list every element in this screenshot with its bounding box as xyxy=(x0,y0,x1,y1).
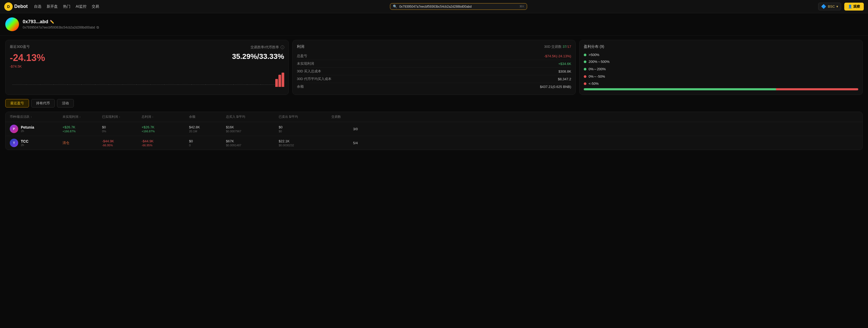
edit-icon[interactable]: ✏️ xyxy=(50,20,54,24)
dist-dot-0 xyxy=(584,54,586,56)
dist-row-1: 200%～500% xyxy=(584,59,858,64)
token-info-petunia: Petunia 2h xyxy=(21,125,34,133)
trade-label: 30D 交易数 xyxy=(544,45,562,49)
profit-header: 利润 30D 交易数 37/17 xyxy=(297,44,571,49)
token-cell-petunia: P Petunia 2h xyxy=(10,125,62,133)
dist-green-bar xyxy=(584,88,776,90)
dist-dot-4 xyxy=(584,82,586,85)
logo-icon: D xyxy=(4,2,13,11)
token-cell-tcc: T TCC 2h xyxy=(10,139,62,147)
token-name-petunia[interactable]: Petunia xyxy=(21,125,34,129)
dist-row-3: 0%～-50% xyxy=(584,74,858,79)
nav-favorites[interactable]: 自选 xyxy=(34,4,41,9)
sort-icon-3[interactable]: ↕ xyxy=(152,115,153,118)
tabs-row: 最近盈亏 持有代币 活动 xyxy=(5,99,863,108)
pnl-header: 最近30D盈亏 交易胜率/代币胜率 i xyxy=(10,44,284,50)
profit-row-avg-cost: 30D 代币平均买入成本 $8,347.2 xyxy=(297,75,571,83)
nav-new-listings[interactable]: 新开盘 xyxy=(47,4,58,9)
tab-recent-pnl[interactable]: 最近盈亏 xyxy=(5,99,29,108)
wallet-info: 0x793...abd ✏️ 0x79395047a7eecbf59363bc5… xyxy=(23,19,99,30)
sort-icon-1[interactable]: ↕ xyxy=(80,115,81,118)
sell-petunia: $0 $0 xyxy=(279,125,332,133)
dist-header: 盈利分布 (9) xyxy=(584,44,858,49)
th-unrealized: 未实现利润 ↕ xyxy=(62,115,102,119)
copy-icon[interactable]: ⧉ xyxy=(96,25,99,30)
dist-dot-1 xyxy=(584,60,586,63)
main-nav: 自选 新开盘 热门 AI监控 交易 xyxy=(34,4,99,9)
token-name-tcc[interactable]: TCC xyxy=(21,139,29,143)
info-icon[interactable]: i xyxy=(281,46,284,49)
token-avatar-petunia: P xyxy=(10,125,18,133)
logo[interactable]: D Debot xyxy=(4,2,28,11)
token-time-petunia: 2h xyxy=(21,129,34,133)
bsc-label: BSC xyxy=(828,4,835,8)
chart-bars xyxy=(275,73,284,87)
trades-tcc: 5/4 xyxy=(332,141,358,145)
watch-label: 观察 xyxy=(853,4,860,8)
header: D Debot 自选 新开盘 热门 AI监控 交易 🔍 ⌘K 🔷 BSC ▾ 👤… xyxy=(0,0,868,13)
main-content: 最近30D盈亏 交易胜率/代币胜率 i -24.13% -$74.5K 35.2… xyxy=(0,36,868,154)
token-avatar-tcc: T xyxy=(10,139,18,147)
th-balance: 余额 xyxy=(189,115,226,119)
nav-trade[interactable]: 交易 xyxy=(92,4,99,9)
pnl-label: 最近30D盈亏 xyxy=(10,44,30,49)
search-shortcut: ⌘K xyxy=(520,5,524,8)
dist-red-bar xyxy=(776,88,858,90)
wallet-section: 0x793...abd ✏️ 0x79395047a7eecbf59363bc5… xyxy=(0,13,868,36)
chart-dashes xyxy=(12,84,275,87)
watch-button[interactable]: 👤 观察 xyxy=(844,3,864,10)
realized-petunia: $0 0% xyxy=(102,125,142,133)
search-input[interactable] xyxy=(399,5,517,8)
sort-icon-2[interactable]: ↕ xyxy=(119,115,120,118)
nav-ai-monitor[interactable]: AI监控 xyxy=(76,4,87,9)
sell-tcc: $22.1K $0.0030232 xyxy=(279,139,332,147)
token-info-tcc: TCC 2h xyxy=(21,139,29,146)
win-rate-value: 35.29%/33.33% xyxy=(232,52,284,61)
logo-text: Debot xyxy=(14,4,28,9)
balance-tcc: $0 0 xyxy=(189,139,226,147)
th-trades: 交易数 xyxy=(332,115,358,119)
sort-icon-0[interactable]: ↕ xyxy=(31,115,32,118)
wallet-avatar xyxy=(5,18,19,31)
tab-activity[interactable]: 活动 xyxy=(57,99,74,108)
tab-holdings[interactable]: 持有代币 xyxy=(31,99,55,108)
trades-petunia: 3/0 xyxy=(332,127,358,131)
search-icon: 🔍 xyxy=(393,4,397,8)
table-row-tcc: T TCC 2h 清仓 -$44.9K -66.95% -$44.9K -66.… xyxy=(5,136,863,150)
rate-label: 交易胜率/代币胜率 xyxy=(250,45,279,50)
unrealized-petunia: +$26.7K +166.87% xyxy=(62,125,102,133)
th-total: 总利润 ↕ xyxy=(142,115,189,119)
profit-card: 利润 30D 交易数 37/17 总盈亏 -$74.5K(-24.13%) 未实… xyxy=(292,40,576,95)
dist-dot-2 xyxy=(584,68,586,71)
dist-row-0: >500% xyxy=(584,53,858,57)
pnl-card: 最近30D盈亏 交易胜率/代币胜率 i -24.13% -$74.5K 35.2… xyxy=(5,40,289,95)
pnl-chart xyxy=(10,71,284,87)
total-tcc: -$44.9K -66.95% xyxy=(142,139,189,147)
pnl-big-value: -24.13% xyxy=(10,52,45,63)
dist-title: 盈利分布 (9) xyxy=(584,44,604,49)
buy-petunia: $16K $0.0007967 xyxy=(226,125,279,133)
token-table: 币种/最后活跃 ↕ 未实现利润 ↕ 已实现利润 ↕ 总利润 ↕ 余额 总买入 $… xyxy=(5,112,863,150)
dist-row-4: <-50% xyxy=(584,82,858,86)
bsc-icon: 🔷 xyxy=(821,4,826,9)
th-token: 币种/最后活跃 ↕ xyxy=(10,115,62,119)
dist-dot-3 xyxy=(584,75,586,78)
table-row: P Petunia 2h +$26.7K +166.87% $0 0% +$26… xyxy=(5,122,863,136)
th-buy: 总买入 $/平均 xyxy=(226,115,279,119)
dist-row-2: 0%～200% xyxy=(584,67,858,72)
th-sell: 已卖出 $/平均 xyxy=(279,115,332,119)
header-right: 🔷 BSC ▾ 👤 观察 xyxy=(818,3,864,10)
balance-petunia: $42.8K 20.1M xyxy=(189,125,226,133)
bsc-selector[interactable]: 🔷 BSC ▾ xyxy=(818,3,841,10)
profit-row-buy-cost: 30D 买入总成本 $308.8K xyxy=(297,67,571,75)
liquidated-label: 清仓 xyxy=(62,140,102,145)
nav-hot[interactable]: 热门 xyxy=(63,4,70,9)
trade-count-green: 37/17 xyxy=(563,45,571,49)
chevron-down-icon: ▾ xyxy=(836,4,838,8)
th-realized: 已实现利润 ↕ xyxy=(102,115,142,119)
watch-icon: 👤 xyxy=(848,4,852,8)
dist-progress-bar xyxy=(584,88,858,90)
dist-items: >500% 200%～500% 0%～200% xyxy=(584,53,858,86)
pnl-sub-value: -$74.5K xyxy=(10,64,45,69)
realized-tcc: -$44.9K -66.95% xyxy=(102,139,142,147)
